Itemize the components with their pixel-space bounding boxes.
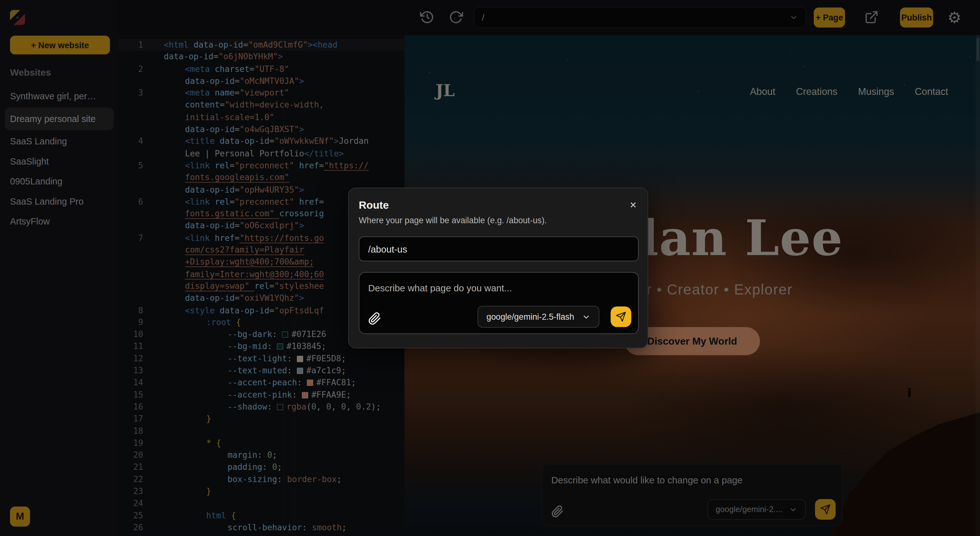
- page-prompt-input[interactable]: [359, 273, 638, 305]
- model-select[interactable]: google/gemini-2.5-flash: [477, 306, 599, 328]
- route-dialog: Route ✕ Where your page will be availabl…: [348, 188, 648, 348]
- app-window: / + Page Publish ⚙ + New website Website…: [0, 0, 980, 536]
- page-prompt-panel: google/gemini-2.5-flash: [359, 272, 639, 334]
- model-select-value: google/gemini-2.5-flash: [487, 312, 574, 322]
- send-button[interactable]: [611, 306, 631, 327]
- chevron-down-icon: [582, 313, 590, 321]
- route-input[interactable]: [359, 236, 639, 262]
- attachment-icon[interactable]: [368, 312, 381, 325]
- dialog-title: Route: [359, 199, 389, 212]
- dialog-subtitle: Where your page will be available (e.g. …: [359, 216, 547, 225]
- close-icon[interactable]: ✕: [630, 200, 637, 210]
